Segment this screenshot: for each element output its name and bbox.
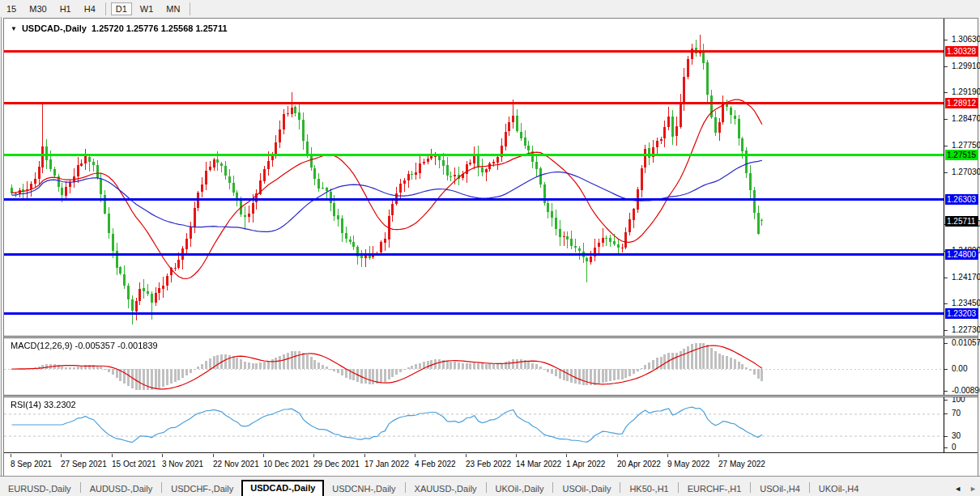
chart-title-row: ▼ USDCAD-,Daily 1.25720 1.25776 1.25568 … [11, 23, 228, 34]
tab-separator [809, 482, 810, 493]
price-level-badge-1.24800: 1.24800 [945, 249, 978, 260]
timeframe-button-m30[interactable]: M30 [24, 2, 51, 15]
tab-separator [80, 482, 81, 493]
tab-eurchf-h1[interactable]: EURCHF-,H1 [680, 481, 750, 496]
macd-tick-zero-tickmark [944, 369, 948, 370]
tab-usoil-h4[interactable]: USOil-,H4 [752, 481, 808, 496]
tab-separator [620, 482, 620, 493]
price-level-badge-1.30328: 1.30328 [945, 46, 978, 57]
rsi-tick-100-tickmark [944, 400, 948, 401]
timeframe-button-w1[interactable]: W1 [135, 2, 159, 15]
price-tick-1.22730-tickmark [944, 330, 948, 331]
date-tickmark [566, 454, 567, 457]
tab-scroll-right-icon[interactable]: ► [969, 485, 977, 493]
rsi-tick-70: 70 [952, 409, 980, 418]
price-level-badge-1.23203: 1.23203 [945, 308, 978, 319]
macd-tick-min: -0.00896 [952, 387, 980, 395]
timeframe-button-h1[interactable]: H1 [55, 2, 76, 15]
date-tickmark [313, 454, 314, 457]
price-tick-1.30630-tickmark [944, 40, 948, 40]
price-level-badge-1.25711: 1.25711 [945, 216, 978, 227]
rsi-tick-30: 30 [952, 432, 980, 440]
date-label: 27 Sep 2021 [61, 460, 107, 468]
macd-tick-zero: 0.00 [952, 365, 980, 373]
tab-separator [678, 482, 679, 493]
tab-hk50-h1[interactable]: HK50-,H1 [621, 481, 676, 496]
date-label: 15 Oct 2021 [112, 460, 156, 468]
chart-window: ▼ USDCAD-,Daily 1.25720 1.25776 1.25568 … [3, 18, 978, 476]
macd-tick-max-tickmark [944, 343, 948, 344]
tab-separator [405, 482, 406, 493]
toolbar-separator [190, 2, 190, 15]
price-level-badge-1.27515: 1.27515 [945, 150, 978, 160]
date-tickmark [466, 454, 467, 457]
timeframe-button-mn[interactable]: MN [161, 2, 185, 15]
tab-xauusd-daily[interactable]: XAUUSD-,Daily [407, 481, 485, 496]
rsi-tick-70-tickmark [944, 413, 948, 414]
date-label: 20 Apr 2022 [617, 460, 661, 468]
date-tickmark [617, 454, 618, 457]
toolbar-separator [105, 2, 106, 15]
chart-ohlc-values: 1.25720 1.25776 1.25568 1.25711 [92, 23, 228, 33]
date-tickmark [667, 454, 668, 457]
price-tick-1.22730: 1.22730 [952, 326, 980, 334]
tab-separator [750, 482, 751, 493]
date-tickmark [162, 454, 163, 457]
date-tickmark [11, 454, 11, 457]
tab-usdchf-daily[interactable]: USDCHF-,Daily [163, 481, 241, 496]
tab-ukoil-h4[interactable]: UKOil-,H4 [811, 481, 867, 496]
tab-usdcad-daily[interactable]: USDCAD-,Daily [241, 480, 324, 496]
price-tick-1.27750: 1.27750 [952, 142, 980, 150]
rsi-tick-0: 0 [952, 443, 980, 451]
tab-separator [161, 482, 162, 493]
rsi-tick-30-tickmark [944, 436, 948, 437]
price-tick-1.29910-tickmark [944, 66, 948, 67]
price-level-badge-1.28912: 1.28912 [945, 98, 978, 108]
tab-audusd-daily[interactable]: AUDUSD-,Daily [82, 481, 161, 496]
tab-eurusd-daily[interactable]: EURUSD-,Daily [0, 481, 79, 496]
timeframe-button-d1[interactable]: D1 [111, 2, 132, 15]
price-tick-1.29190-tickmark [944, 92, 948, 93]
date-label: 1 Apr 2022 [566, 460, 605, 468]
price-tick-1.29190: 1.29190 [952, 88, 980, 96]
date-label: 10 Dec 2021 [263, 460, 309, 468]
date-tickmark [364, 454, 365, 457]
window-left-edge [1, 17, 2, 494]
date-tickmark [516, 454, 517, 457]
date-label: 4 Feb 2022 [415, 460, 456, 468]
timeframe-toolbar: 15M30H1H4D1W1MN [0, 0, 980, 17]
timeframe-button-15[interactable]: 15 [2, 2, 21, 15]
date-label: 23 Feb 2022 [466, 460, 511, 468]
tab-scroll-left-icon[interactable]: ◄ [954, 485, 961, 493]
price-tick-1.23450-tickmark [944, 303, 948, 304]
price-tick-1.27030-tickmark [944, 172, 948, 173]
price-tick-1.29910: 1.29910 [952, 62, 980, 70]
macd-label: MACD(12,26,9) -0.005357 -0.001839 [11, 341, 158, 350]
date-label: 29 Dec 2021 [313, 460, 360, 468]
rsi-panel-canvas[interactable] [4, 397, 944, 452]
timeframe-button-h4[interactable]: H4 [79, 2, 100, 15]
chart-dropdown-icon[interactable]: ▼ [11, 25, 17, 32]
chart-symbol-title: USDCAD-,Daily [22, 23, 87, 33]
tab-usoil-daily[interactable]: USOil-,Daily [554, 481, 619, 496]
date-axis[interactable]: 8 Sep 202127 Sep 202115 Oct 20213 Nov 20… [4, 452, 978, 476]
price-axis[interactable]: 1.306301.299101.291901.284701.277501.270… [944, 19, 978, 453]
price-tick-1.24170-tickmark [944, 278, 948, 278]
date-tickmark [263, 454, 264, 457]
tab-ukoil-daily[interactable]: UKOil-,Daily [488, 481, 552, 496]
symbol-tab-bar: EURUSD-,DailyAUDUSD-,DailyUSDCHF-,DailyU… [0, 476, 980, 496]
tab-usdcnh-daily[interactable]: USDCNH-,Daily [324, 481, 403, 496]
price-tick-1.28470-tickmark [944, 119, 948, 120]
date-tickmark [61, 454, 62, 457]
macd-tick-max: 0.010578 [952, 339, 980, 347]
date-label: 8 Sep 2021 [11, 460, 52, 468]
price-chart-canvas[interactable] [4, 19, 944, 336]
rsi-tick-0-tickmark [944, 447, 948, 448]
price-tick-1.23450: 1.23450 [952, 299, 980, 307]
panel-splitter[interactable] [4, 395, 978, 397]
price-level-badge-1.26303: 1.26303 [945, 194, 978, 205]
date-tickmark [415, 454, 415, 457]
date-tickmark [112, 454, 113, 457]
date-label: 17 Jan 2022 [364, 460, 409, 468]
panel-splitter[interactable] [4, 336, 978, 338]
